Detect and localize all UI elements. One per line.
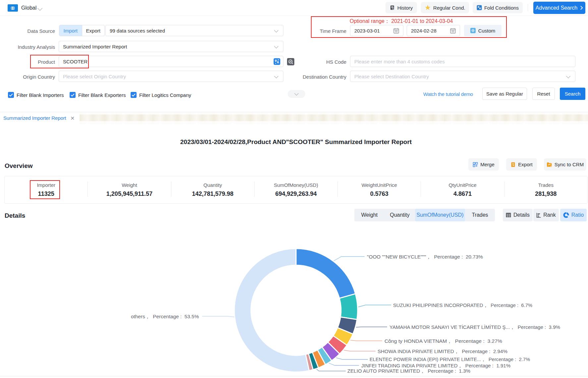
svg-text:SHOWA INDIA PRIVATE LIMITED，: SHOWA INDIA PRIVATE LIMITED， Percentage … bbox=[378, 348, 507, 354]
svg-text:others， Percentage : 53.5%: others， Percentage : 53.5% bbox=[131, 314, 199, 319]
svg-text:"OOO ""NEW BICYCLE"""， Percen: "OOO ""NEW BICYCLE"""， Percentage : 20.7… bbox=[367, 254, 483, 260]
svg-text:ZELIO AUTO PRIVATE LIMITED， P: ZELIO AUTO PRIVATE LIMITED， Percentage :… bbox=[347, 368, 470, 374]
svg-text:SUZUKI PHILIPPINES INCORPORATE: SUZUKI PHILIPPINES INCORPORATED， Percent… bbox=[393, 302, 532, 308]
svg-text:JINFEI TRADING INDIA PRIVATE L: JINFEI TRADING INDIA PRIVATE LIMITED， Pe… bbox=[361, 363, 510, 368]
svg-text:Công ty HONDA VIETNAM， Percen: Công ty HONDA VIETNAM， Percentage : 3.27… bbox=[384, 338, 502, 344]
svg-text:ELENTEC POWER INDIA (EPI) PRIV: ELENTEC POWER INDIA (EPI) PRIVATE LIMITE… bbox=[370, 356, 530, 362]
svg-text:YAMAHA MOTOR SANAYI VE TİCARET: YAMAHA MOTOR SANAYI VE TİCARET LİMİTED Ş… bbox=[389, 324, 560, 330]
